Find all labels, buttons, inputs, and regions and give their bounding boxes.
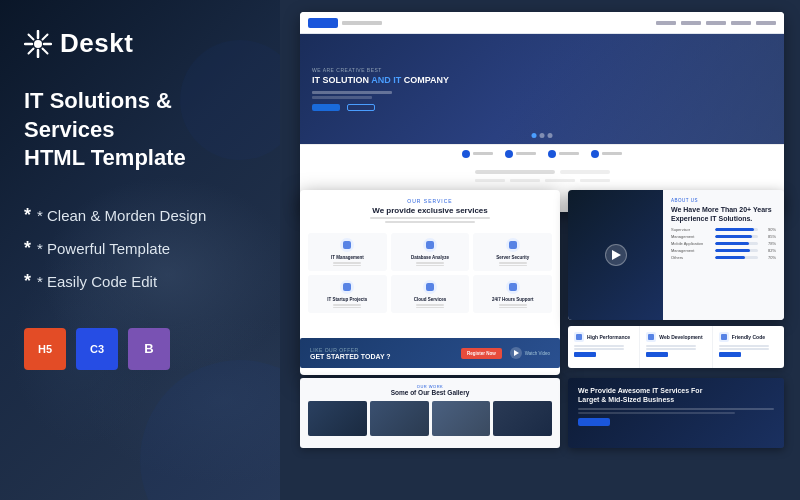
hero-sub: WE ARE CREATIVE BEST <box>312 67 449 73</box>
gallery-header: OUR WORK Some of Our Best Gallery <box>308 384 552 396</box>
stat-item-3 <box>548 150 579 158</box>
svg-point-0 <box>34 40 42 48</box>
services-header: OUR SERVICE We provide exclusive service… <box>300 190 560 227</box>
feature-item-2: * Powerful Template <box>24 232 256 265</box>
feature-item-1: * Clean & Morden Design <box>24 199 256 232</box>
preview-features-strip: High Performance Web Development Fri <box>568 326 784 368</box>
feature-icon-inner-1 <box>576 334 582 340</box>
service-icon-6 <box>506 280 520 294</box>
preview-nav-logo <box>308 18 338 28</box>
progress-pct-3: 78% <box>762 241 776 246</box>
progress-pct-5: 70% <box>762 255 776 260</box>
service-card-3: Server Security <box>473 233 552 271</box>
right-panel: WE ARE CREATIVE BEST IT SOLUTION AND IT … <box>280 0 800 500</box>
preview-nav-links <box>656 21 776 25</box>
stat-text-4 <box>602 152 622 155</box>
feature-btn-3 <box>719 352 741 357</box>
main-title: IT Solutions & Services HTML Template <box>24 87 256 173</box>
progress-label-3: Mobile Application <box>671 241 711 246</box>
about-video-side <box>568 190 663 320</box>
services-title: We provide exclusive services <box>310 206 550 215</box>
progress-label-2: Management <box>671 234 711 239</box>
progress-row-3: Mobile Application 78% <box>671 241 776 246</box>
feature-btn-2 <box>646 352 668 357</box>
stat-text-2 <box>516 152 536 155</box>
stat-text-3 <box>559 152 579 155</box>
cta-watch-text: Watch Video <box>525 351 550 356</box>
hero-carousel-dots <box>532 133 553 138</box>
feature-icon-inner-3 <box>721 334 727 340</box>
feature-title-3: Friendly Code <box>732 334 765 340</box>
svg-line-5 <box>29 34 34 39</box>
feature-title-2: Web Development <box>659 334 702 340</box>
feature-icon-row-1: High Performance <box>574 332 633 342</box>
html5-badge: H5 <box>24 328 66 370</box>
cta-register-btn: Register Now <box>461 348 502 359</box>
preview-cta-band: LIKE OUR OFFER GET STARTED TODAY ? Regis… <box>300 338 560 368</box>
preview-gallery-section: OUR WORK Some of Our Best Gallery <box>300 378 560 448</box>
progress-fill-5 <box>715 256 745 259</box>
about-tag: ABOUT US <box>671 198 776 203</box>
hero-dot-1 <box>532 133 537 138</box>
bottom-dark-title: We Provide Awesome IT Services ForLarget… <box>578 386 774 404</box>
preview-about-section: ABOUT US We Have More Than 20+ Years Exp… <box>568 190 784 320</box>
services-desc-line1 <box>370 217 490 219</box>
service-icon-3 <box>506 238 520 252</box>
hero-desc-line2 <box>312 96 372 99</box>
hero-bg <box>494 34 784 144</box>
about-content-side: ABOUT US We Have More Than 20+ Years Exp… <box>663 190 784 320</box>
about-play-icon <box>612 250 621 260</box>
progress-fill-2 <box>715 235 752 238</box>
service-card-4: IT Startup Projects <box>308 275 387 313</box>
progress-bg-3 <box>715 242 758 245</box>
progress-row-2: Management 85% <box>671 234 776 239</box>
progress-label-5: Others <box>671 255 711 260</box>
feature-btn-1 <box>574 352 596 357</box>
feature-item-3: * Easily Code Edit <box>24 265 256 298</box>
cta-play-btn <box>510 347 522 359</box>
about-title: We Have More Than 20+ Years Experience I… <box>671 205 776 223</box>
progress-row-1: Supervisor 90% <box>671 227 776 232</box>
services-grid: IT Management Database Analyze <box>300 227 560 319</box>
service-card-1: IT Management <box>308 233 387 271</box>
bootstrap-badge: B <box>128 328 170 370</box>
progress-fill-4 <box>715 249 750 252</box>
nav-link-3 <box>706 21 726 25</box>
hero-title: IT SOLUTION AND IT COMPANY <box>312 75 449 87</box>
feature-icon-inner-2 <box>648 334 654 340</box>
gallery-item-3 <box>432 401 491 436</box>
feature-icon-row-3: Friendly Code <box>719 332 778 342</box>
preview-bottom-dark-section: We Provide Awesome IT Services ForLarget… <box>568 378 784 448</box>
feature-col-2: Web Development <box>640 326 712 368</box>
stat-item-1 <box>462 150 493 158</box>
services-tag: OUR SERVICE <box>310 198 550 204</box>
preview-top-screenshot: WE ARE CREATIVE BEST IT SOLUTION AND IT … <box>300 12 784 212</box>
svg-line-6 <box>43 48 48 53</box>
hero-dot-2 <box>540 133 545 138</box>
progress-label-1: Supervisor <box>671 227 711 232</box>
nav-link-1 <box>656 21 676 25</box>
gallery-grid <box>308 401 552 436</box>
service-title-2: Database Analyze <box>395 255 466 260</box>
progress-bg-1 <box>715 228 758 231</box>
bottom-dark-cta-btn <box>578 418 610 426</box>
gallery-item-2 <box>370 401 429 436</box>
stat-item-2 <box>505 150 536 158</box>
about-play-button <box>605 244 627 266</box>
nav-link-2 <box>681 21 701 25</box>
gallery-item-4 <box>493 401 552 436</box>
service-title-3: Server Security <box>477 255 548 260</box>
nav-link-4 <box>731 21 751 25</box>
left-content: Deskt IT Solutions & Services HTML Templ… <box>0 0 280 500</box>
service-icon-5 <box>423 280 437 294</box>
hero-btn-contact <box>312 104 340 111</box>
service-icon-1 <box>340 238 354 252</box>
cta-title: GET STARTED TODAY ? <box>310 353 453 360</box>
svg-line-8 <box>29 48 34 53</box>
progress-bg-5 <box>715 256 758 259</box>
cta-play-icon <box>514 350 519 356</box>
services-desc-line2 <box>385 221 475 223</box>
stat-icon-4 <box>591 150 599 158</box>
stat-item-4 <box>591 150 622 158</box>
progress-row-4: Management 82% <box>671 248 776 253</box>
